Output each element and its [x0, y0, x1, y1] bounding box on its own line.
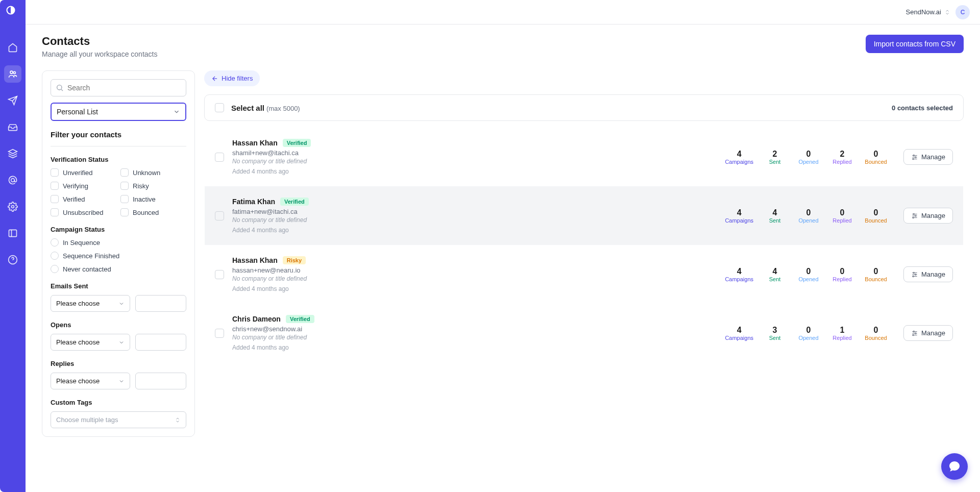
nav-help[interactable]: [4, 251, 21, 268]
sliders-icon: [911, 271, 918, 278]
replies-operator[interactable]: Please choose: [51, 373, 130, 389]
nav-inbox[interactable]: [4, 118, 21, 136]
checkbox[interactable]: [120, 208, 129, 216]
verification-badge: Verified: [280, 198, 309, 206]
checkbox-label: Verified: [63, 195, 85, 203]
verification-option[interactable]: Inactive: [120, 195, 186, 203]
manage-button[interactable]: Manage: [903, 325, 953, 341]
contact-stats: 4Campaigns 2Sent 0Opened 2Replied 0Bounc…: [725, 150, 888, 165]
checkbox[interactable]: [120, 182, 129, 190]
checkbox[interactable]: [51, 182, 59, 190]
checkbox[interactable]: [120, 168, 129, 177]
divider: [51, 146, 186, 146]
chevron-down-icon: [118, 301, 125, 307]
radio[interactable]: [51, 238, 59, 247]
emails-sent-operator[interactable]: Please choose: [51, 295, 130, 312]
nav-settings[interactable]: [4, 198, 21, 215]
nav-layers[interactable]: [4, 145, 21, 162]
svg-point-15: [915, 156, 916, 157]
select-all-sub: (max 5000): [266, 105, 300, 112]
stat-replied-label: Replied: [830, 335, 854, 341]
verification-option[interactable]: Verified: [51, 195, 116, 203]
opens-operator[interactable]: Please choose: [51, 334, 130, 351]
manage-button[interactable]: Manage: [903, 266, 953, 282]
avatar[interactable]: C: [955, 5, 970, 19]
chevrons-icon: [175, 417, 181, 423]
contact-row[interactable]: Fatima Khan Verified fatima+new@itachi.c…: [205, 186, 963, 245]
verification-option[interactable]: Verifying: [51, 182, 116, 190]
campaign-heading: Campaign Status: [51, 226, 186, 233]
contact-added: Added 4 months ago: [232, 227, 717, 234]
contact-checkbox[interactable]: [215, 153, 224, 162]
stat-opened-value: 0: [796, 208, 821, 217]
stat-campaigns-value: 4: [725, 208, 753, 217]
svg-point-23: [913, 217, 914, 218]
contact-company: No company or title defined: [232, 334, 717, 341]
checkbox[interactable]: [51, 168, 59, 177]
verification-option[interactable]: Unverified: [51, 168, 116, 177]
campaign-option[interactable]: Sequence Finished: [51, 252, 186, 260]
contact-row[interactable]: Hassan Khan Verified shamil+new@itachi.c…: [205, 128, 963, 186]
replies-value[interactable]: [135, 373, 186, 389]
radio[interactable]: [51, 252, 59, 260]
chat-fab[interactable]: [941, 453, 968, 480]
select-all-label: Select all: [231, 104, 264, 112]
stat-opened-value: 0: [796, 267, 821, 276]
checkbox[interactable]: [51, 195, 59, 203]
list-select[interactable]: Personal List: [51, 103, 186, 121]
select-all-checkbox[interactable]: [215, 103, 224, 112]
checkbox-label: Inactive: [133, 195, 156, 203]
verification-option[interactable]: Unknown: [120, 168, 186, 177]
manage-button[interactable]: Manage: [903, 149, 953, 165]
contact-checkbox[interactable]: [215, 270, 224, 279]
checkbox-label: Unknown: [133, 169, 160, 177]
contact-added: Added 4 months ago: [232, 285, 717, 292]
stat-sent-label: Sent: [763, 335, 787, 341]
campaign-option[interactable]: Never contacted: [51, 265, 186, 273]
stat-sent-value: 4: [763, 267, 787, 276]
contact-row[interactable]: Chris Dameon Verified chris+new@sendnow.…: [205, 304, 963, 362]
custom-tags-heading: Custom Tags: [51, 399, 186, 406]
checkbox[interactable]: [51, 208, 59, 216]
import-contacts-button[interactable]: Import contacts from CSV: [866, 35, 964, 53]
verification-heading: Verification Status: [51, 156, 186, 163]
checkbox[interactable]: [120, 195, 129, 203]
sidebar-nav: [0, 0, 26, 492]
contact-checkbox[interactable]: [215, 211, 224, 220]
manage-button[interactable]: Manage: [903, 208, 953, 224]
campaign-option[interactable]: In Sequence: [51, 238, 186, 247]
contact-name: Chris Dameon: [232, 315, 281, 323]
nav-at[interactable]: [4, 171, 21, 189]
emails-sent-value[interactable]: [135, 295, 186, 312]
radio[interactable]: [51, 265, 59, 273]
nav-sidebar[interactable]: [4, 225, 21, 242]
chevron-down-icon: [118, 339, 125, 346]
list-select-value: Personal List: [57, 108, 98, 116]
contact-row[interactable]: Hassan Khan Risky hassan+new@nearu.io No…: [205, 245, 963, 304]
stat-bounced-label: Bounced: [864, 217, 888, 224]
stat-opened-label: Opened: [796, 159, 821, 165]
verification-option[interactable]: Bounced: [120, 208, 186, 216]
contact-company: No company or title defined: [232, 158, 717, 165]
stat-bounced-value: 0: [864, 267, 888, 276]
workspace-switcher[interactable]: SendNow.ai: [906, 8, 950, 16]
stat-replied-value: 1: [830, 326, 854, 335]
tags-select[interactable]: Choose multiple tags: [51, 411, 186, 428]
hide-filters-button[interactable]: Hide filters: [204, 70, 260, 86]
nav-send[interactable]: [4, 92, 21, 109]
stat-sent-label: Sent: [763, 159, 787, 165]
svg-point-27: [915, 274, 916, 275]
contact-email: chris+new@sendnow.ai: [232, 325, 717, 333]
contact-checkbox[interactable]: [215, 329, 224, 338]
svg-point-2: [13, 71, 15, 73]
verification-option[interactable]: Risky: [120, 182, 186, 190]
contact-stats: 4Campaigns 4Sent 0Opened 0Replied 0Bounc…: [725, 208, 888, 224]
search-input[interactable]: [51, 79, 186, 96]
stat-sent-value: 4: [763, 208, 787, 217]
nav-contacts[interactable]: [4, 65, 21, 83]
opens-value[interactable]: [135, 334, 186, 351]
nav-home[interactable]: [4, 39, 21, 56]
selected-count: 0 contacts selected: [892, 104, 953, 112]
verification-option[interactable]: Unsubscribed: [51, 208, 116, 216]
stat-opened-value: 0: [796, 150, 821, 159]
